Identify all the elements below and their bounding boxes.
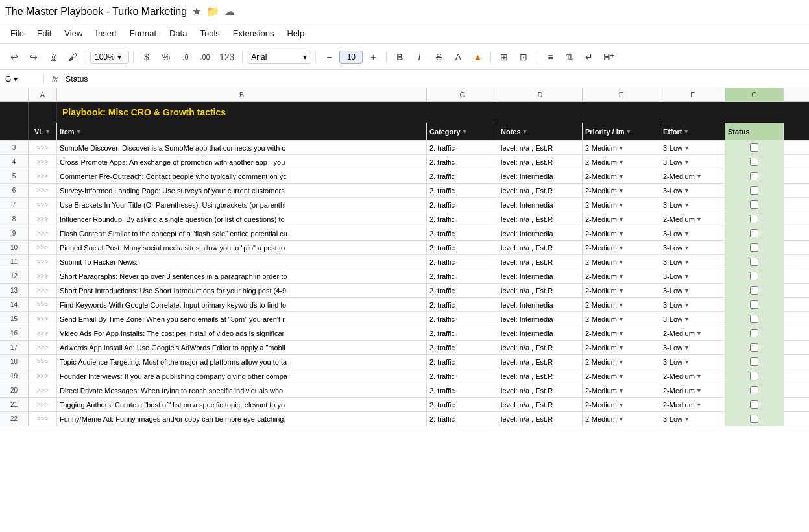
cell-priority-13[interactable]: 2-Medium ▼ [583, 326, 660, 340]
cell-notes-14[interactable]: level: n/a , Est.R [498, 341, 583, 354]
priority-dropdown-17[interactable]: ▼ [618, 387, 624, 394]
cell-cat-5[interactable]: 2. traffic [427, 212, 498, 226]
cell-priority-10[interactable]: 2-Medium ▼ [583, 284, 660, 297]
cell-effort-0[interactable]: 3-Low ▼ [660, 141, 725, 154]
effort-dropdown-3[interactable]: ▼ [684, 187, 690, 194]
cell-notes-16[interactable]: level: n/a , Est.R [498, 369, 583, 383]
cell-cat-12[interactable]: 2. traffic [427, 312, 498, 326]
cell-effort-8[interactable]: 3-Low ▼ [660, 255, 725, 269]
cell-cat-7[interactable]: 2. traffic [427, 241, 498, 254]
cell-status-5[interactable] [725, 212, 784, 226]
cell-item-3[interactable]: Survey-Informed Landing Page: Use survey… [57, 184, 427, 197]
priority-dropdown-16[interactable]: ▼ [618, 373, 624, 380]
priority-dropdown-14[interactable]: ▼ [618, 345, 624, 351]
cell-cat-13[interactable]: 2. traffic [427, 326, 498, 340]
priority-filter-icon[interactable]: ▼ [626, 128, 632, 135]
effort-dropdown-16[interactable]: ▼ [696, 373, 702, 380]
priority-dropdown-3[interactable]: ▼ [618, 187, 624, 194]
status-checkbox-17[interactable] [750, 386, 758, 394]
cell-item-4[interactable]: Use Brackets In Your Title (Or Parenthes… [57, 198, 427, 212]
cell-reference[interactable]: G ▾ [5, 75, 44, 84]
cell-notes-12[interactable]: level: Intermedia [498, 312, 583, 326]
cell-notes-18[interactable]: level: n/a , Est.R [498, 398, 583, 411]
strikethrough-button[interactable]: S [429, 48, 448, 66]
redo-button[interactable]: ↪ [25, 48, 43, 66]
cell-notes-6[interactable]: level: Intermedia [498, 226, 583, 240]
menu-tools[interactable]: Tools [195, 26, 224, 41]
cell-cat-10[interactable]: 2. traffic [427, 284, 498, 297]
status-checkbox-2[interactable] [750, 172, 758, 180]
status-checkbox-4[interactable] [750, 200, 758, 209]
v-align-button[interactable]: ⇅ [561, 48, 579, 66]
priority-dropdown-9[interactable]: ▼ [618, 273, 624, 280]
status-checkbox-14[interactable] [750, 343, 758, 352]
status-checkbox-8[interactable] [750, 258, 758, 266]
status-checkbox-18[interactable] [750, 400, 758, 409]
cell-item-5[interactable]: Influencer Roundup: By asking a single q… [57, 212, 427, 226]
priority-dropdown-7[interactable]: ▼ [618, 245, 624, 251]
item-filter-icon[interactable]: ▼ [76, 128, 82, 135]
priority-dropdown-6[interactable]: ▼ [618, 230, 624, 237]
vl-filter-icon[interactable]: ▼ [45, 128, 51, 135]
cell-cat-19[interactable]: 2. traffic [427, 412, 498, 426]
cell-effort-14[interactable]: 3-Low ▼ [660, 341, 725, 354]
col-header-b[interactable]: B [57, 88, 427, 101]
cell-status-12[interactable] [725, 312, 784, 326]
priority-dropdown-2[interactable]: ▼ [618, 173, 624, 180]
cell-status-6[interactable] [725, 226, 784, 240]
cell-cat-15[interactable]: 2. traffic [427, 355, 498, 369]
cell-priority-5[interactable]: 2-Medium ▼ [583, 212, 660, 226]
increase-font-button[interactable]: + [364, 48, 382, 66]
cell-status-17[interactable] [725, 383, 784, 397]
cell-effort-3[interactable]: 3-Low ▼ [660, 184, 725, 197]
cell-effort-2[interactable]: 2-Medium ▼ [660, 169, 725, 183]
cloud-icon[interactable]: ☁ [224, 5, 235, 18]
cat-filter-icon[interactable]: ▼ [462, 128, 468, 135]
status-checkbox-9[interactable] [750, 272, 758, 280]
effort-dropdown-11[interactable]: ▼ [684, 302, 690, 308]
more-formats-button[interactable]: 123 [215, 48, 238, 66]
cell-notes-4[interactable]: level: Intermedia [498, 198, 583, 212]
cell-notes-19[interactable]: level: n/a , Est.R [498, 412, 583, 426]
status-checkbox-11[interactable] [750, 300, 758, 309]
cell-status-19[interactable] [725, 412, 784, 426]
bold-button[interactable]: B [391, 48, 409, 66]
more-button[interactable]: H⁺ [599, 48, 618, 66]
effort-dropdown-8[interactable]: ▼ [684, 259, 690, 265]
cell-notes-15[interactable]: level: n/a , Est.R [498, 355, 583, 369]
cell-effort-5[interactable]: 2-Medium ▼ [660, 212, 725, 226]
inc-decimals-button[interactable]: .00 [196, 48, 214, 66]
status-checkbox-6[interactable] [750, 229, 758, 237]
effort-dropdown-9[interactable]: ▼ [684, 273, 690, 280]
cell-effort-11[interactable]: 3-Low ▼ [660, 298, 725, 311]
effort-dropdown-12[interactable]: ▼ [684, 316, 690, 322]
fill-color-button[interactable]: ▲ [468, 48, 487, 66]
cell-item-2[interactable]: Commenter Pre-Outreach: Contact people w… [57, 169, 427, 183]
cell-cat-11[interactable]: 2. traffic [427, 298, 498, 311]
priority-dropdown-11[interactable]: ▼ [618, 302, 624, 308]
cell-status-2[interactable] [725, 169, 784, 183]
cell-notes-9[interactable]: level: Intermedia [498, 269, 583, 283]
cell-status-9[interactable] [725, 269, 784, 283]
cell-priority-17[interactable]: 2-Medium ▼ [583, 383, 660, 397]
effort-dropdown-0[interactable]: ▼ [684, 145, 690, 151]
cell-priority-11[interactable]: 2-Medium ▼ [583, 298, 660, 311]
cell-status-13[interactable] [725, 326, 784, 340]
cell-item-14[interactable]: Adwords App Install Ad: Use Google's AdW… [57, 341, 427, 354]
effort-dropdown-19[interactable]: ▼ [684, 416, 690, 422]
col-header-a[interactable]: A [29, 88, 57, 101]
col-header-c[interactable]: C [427, 88, 498, 101]
paint-format-button[interactable]: 🖌 [64, 48, 82, 66]
cell-notes-11[interactable]: level: Intermedia [498, 298, 583, 311]
cell-cat-14[interactable]: 2. traffic [427, 341, 498, 354]
cell-notes-17[interactable]: level: n/a , Est.R [498, 383, 583, 397]
star-icon[interactable]: ★ [192, 5, 201, 18]
cell-cat-3[interactable]: 2. traffic [427, 184, 498, 197]
cell-cat-6[interactable]: 2. traffic [427, 226, 498, 240]
cell-effort-9[interactable]: 3-Low ▼ [660, 269, 725, 283]
status-checkbox-3[interactable] [750, 186, 758, 195]
cell-item-19[interactable]: Funny/Meme Ad: Funny images and/or copy … [57, 412, 427, 426]
text-wrap-button[interactable]: ↵ [580, 48, 598, 66]
cell-priority-1[interactable]: 2-Medium ▼ [583, 155, 660, 169]
effort-dropdown-14[interactable]: ▼ [684, 345, 690, 351]
